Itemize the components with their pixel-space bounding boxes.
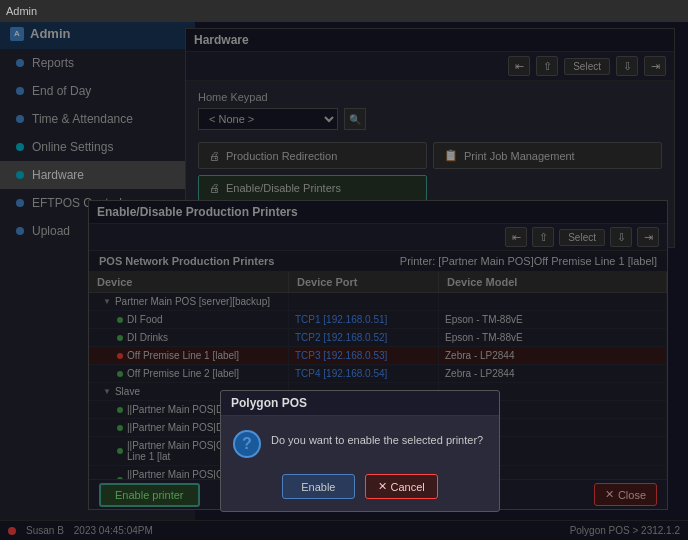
dialog-buttons: Enable ✕ Cancel (221, 468, 499, 511)
taskbar: Admin (0, 0, 688, 22)
confirm-dialog: Polygon POS ? Do you want to enable the … (220, 390, 500, 512)
dialog-titlebar: Polygon POS (221, 391, 499, 416)
dialog-body: ? Do you want to enable the selected pri… (221, 416, 499, 468)
taskbar-label: Admin (6, 5, 37, 17)
dialog-enable-button[interactable]: Enable (282, 474, 354, 499)
cancel-label: Cancel (391, 481, 425, 493)
cancel-icon: ✕ (378, 480, 387, 493)
dialog-cancel-button[interactable]: ✕ Cancel (365, 474, 438, 499)
dialog-message: Do you want to enable the selected print… (271, 430, 483, 446)
dialog-info-icon: ? (233, 430, 261, 458)
